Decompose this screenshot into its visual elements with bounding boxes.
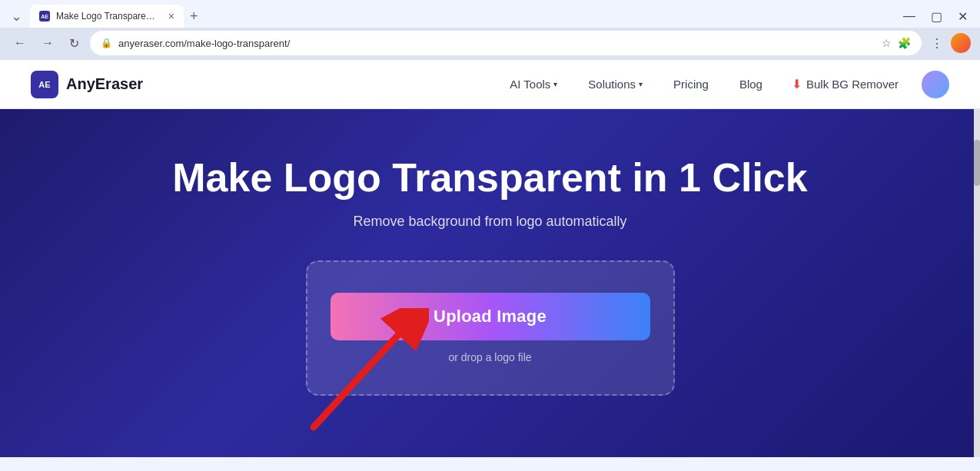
arrow-svg (291, 308, 429, 431)
extensions-icon[interactable]: 🧩 (898, 37, 911, 49)
logo-link[interactable]: AE AnyEraser (31, 71, 143, 98)
nav-links: AI Tools ▾ Solutions ▾ Pricing Blog ⬇ Bu… (497, 71, 949, 98)
download-icon: ⬇ (792, 77, 802, 91)
address-bar[interactable]: 🔒 anyeraser.com/make-logo-transparent/ ☆… (90, 31, 922, 55)
profile-icon[interactable] (951, 33, 971, 53)
lock-icon: 🔒 (101, 38, 112, 48)
nav-pricing[interactable]: Pricing (661, 71, 721, 97)
user-avatar[interactable] (922, 71, 949, 98)
hero-subtitle: Remove background from logo automaticall… (31, 214, 949, 230)
chevron-down-icon: ▾ (639, 80, 643, 88)
minimize-button[interactable]: — (897, 8, 922, 25)
settings-icon[interactable]: ⋮ (928, 33, 946, 54)
browser-titlebar: ⌄ AE Make Logo Transparent in 1 Cl × + —… (0, 0, 980, 28)
hero-section: Make Logo Transparent in 1 Click Remove … (0, 109, 980, 457)
tab-bar: AE Make Logo Transparent in 1 Cl × + (30, 5, 894, 28)
address-icons: ☆ 🧩 (882, 37, 911, 49)
browser-addressbar: ← → ↻ 🔒 anyeraser.com/make-logo-transpar… (0, 28, 980, 60)
logo-text: AnyEraser (66, 75, 143, 93)
browser-window: ⌄ AE Make Logo Transparent in 1 Cl × + —… (0, 0, 980, 60)
arrow-annotation (291, 308, 429, 434)
active-tab[interactable]: AE Make Logo Transparent in 1 Cl × (30, 5, 184, 28)
website-content: AE AnyEraser AI Tools ▾ Solutions ▾ Pric… (0, 60, 980, 457)
close-button[interactable]: ✕ (952, 8, 974, 25)
new-tab-button[interactable]: + (185, 7, 203, 26)
bulk-bg-remover-button[interactable]: ⬇ Bulk BG Remover (781, 71, 909, 98)
bookmark-icon[interactable]: ☆ (882, 37, 892, 49)
window-controls: — ▢ ✕ (897, 8, 974, 25)
url-text: anyeraser.com/make-logo-transparent/ (118, 38, 869, 49)
chevron-down-icon: ▾ (553, 80, 557, 88)
scrollbar-thumb[interactable] (974, 140, 980, 186)
nav-ai-tools[interactable]: AI Tools ▾ (497, 71, 570, 97)
logo-icon: AE (31, 71, 58, 98)
tab-title: Make Logo Transparent in 1 Cl (56, 11, 159, 22)
scrollbar[interactable] (974, 109, 980, 457)
hero-title: Make Logo Transparent in 1 Click (31, 155, 949, 201)
back-button[interactable]: ← (9, 33, 31, 53)
nav-solutions[interactable]: Solutions ▾ (576, 71, 655, 97)
forward-button[interactable]: → (37, 33, 58, 53)
browser-toolbar-right: ⋮ (928, 33, 971, 54)
tab-favicon: AE (39, 11, 50, 22)
refresh-button[interactable]: ↻ (65, 33, 84, 54)
tab-list-button[interactable]: ⌄ (6, 6, 27, 26)
site-nav: AE AnyEraser AI Tools ▾ Solutions ▾ Pric… (0, 60, 980, 109)
maximize-button[interactable]: ▢ (925, 8, 948, 25)
tab-close-button[interactable]: × (168, 11, 174, 22)
nav-blog[interactable]: Blog (727, 71, 775, 97)
